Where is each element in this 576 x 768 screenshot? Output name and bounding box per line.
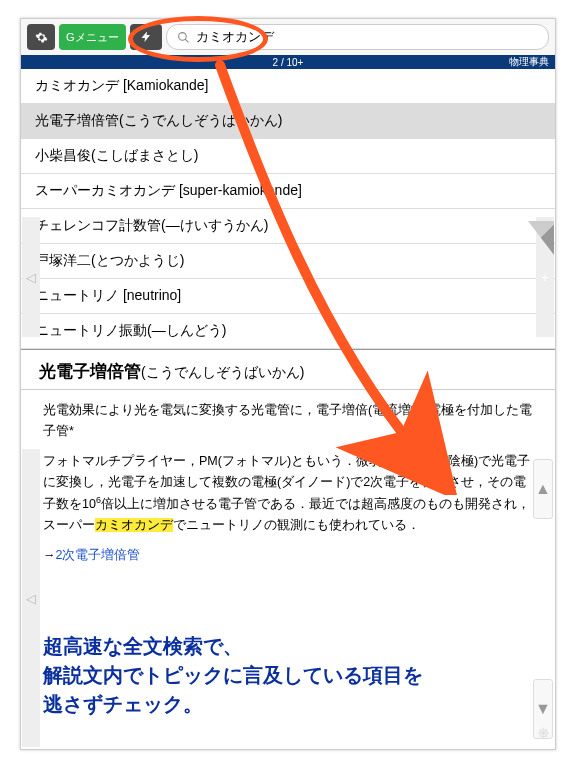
promo-text: 超高速な全文検索で、 解説文内でトピックに言及している項目を 逃さずチェック。 <box>43 632 423 719</box>
detail-pane: 光電子増倍管(こうでんしぞうばいかん) 光電効果により光を電気に変換する光電管に… <box>21 350 555 584</box>
list-item[interactable]: ニュートリノ [neutrino] <box>21 279 555 314</box>
gear-icon <box>35 31 48 44</box>
cross-ref[interactable]: →2次電子増倍管 <box>43 545 533 566</box>
scroll-up-button[interactable]: ▲ <box>533 459 553 519</box>
list-item[interactable]: チェレンコフ計数管(—けいすうかん) <box>21 209 555 244</box>
list-item[interactable]: 戸塚洋二(とつかようじ) <box>21 244 555 279</box>
list-item[interactable]: スーパーカミオカンデ [super-kamiokande] <box>21 174 555 209</box>
scroll-tab-left[interactable]: ◁ <box>22 217 40 337</box>
action-button[interactable] <box>130 24 162 50</box>
svg-point-0 <box>178 32 186 40</box>
chevron-up-icon: ▲ <box>535 480 551 498</box>
search-box[interactable] <box>166 24 549 50</box>
settings-button[interactable] <box>27 24 55 50</box>
search-input[interactable] <box>196 30 538 45</box>
svg-line-1 <box>185 39 188 42</box>
list-item[interactable]: カミオカンデ [Kamiokande] <box>21 69 555 104</box>
app-frame: Gメニュー 2 / 10+ 物理事典 カミオカンデ [Kamiokande] 光… <box>20 18 556 750</box>
wheel-icon[interactable]: ⎈ <box>538 722 549 743</box>
results-list: カミオカンデ [Kamiokande] 光電子増倍管(こうでんしぞうばいかん) … <box>21 69 555 350</box>
chevron-down-icon: ▼ <box>535 700 551 718</box>
chevron-left-icon: ◁ <box>26 270 36 285</box>
paragraph: フォトマルチプライヤー，PM(フォトマル)ともいう．微弱*光*光電面(陰極)で光… <box>43 451 533 537</box>
menu-label: Gメニュー <box>66 30 119 45</box>
entry-reading: (こうでんしぞうばいかん) <box>141 364 304 380</box>
paragraph: 光電効果により光を電気に変換する光電管に，電子増倍(電流増幅)電極を付加した電子… <box>43 400 533 443</box>
plus-icon: + <box>541 270 549 285</box>
search-icon <box>177 31 190 44</box>
status-bar: 2 / 10+ 物理事典 <box>21 55 555 69</box>
menu-button[interactable]: Gメニュー <box>59 24 126 50</box>
list-item[interactable]: 小柴昌俊(こしばまさとし) <box>21 139 555 174</box>
chevron-left-icon: ◁ <box>26 591 36 606</box>
list-item[interactable]: ニュートリノ振動(—しんどう) <box>21 314 555 349</box>
detail-body: 光電効果により光を電気に変換する光電管に，電子増倍(電流増幅)電極を付加した電子… <box>21 390 555 584</box>
list-item[interactable]: 光電子増倍管(こうでんしぞうばいかん) <box>21 104 555 139</box>
bolt-icon <box>140 31 152 43</box>
xref-link[interactable]: 2次電子増倍管 <box>56 548 141 562</box>
scroll-zone-left[interactable]: ◁ <box>22 449 40 747</box>
entry-title: 光電子増倍管 <box>39 362 141 381</box>
dict-name: 物理事典 <box>509 55 549 69</box>
toolbar: Gメニュー <box>21 19 555 55</box>
highlight: カミオカンデ <box>95 518 173 532</box>
pager-label: 2 / 10+ <box>273 57 304 68</box>
detail-header: 光電子増倍管(こうでんしぞうばいかん) <box>21 350 555 390</box>
